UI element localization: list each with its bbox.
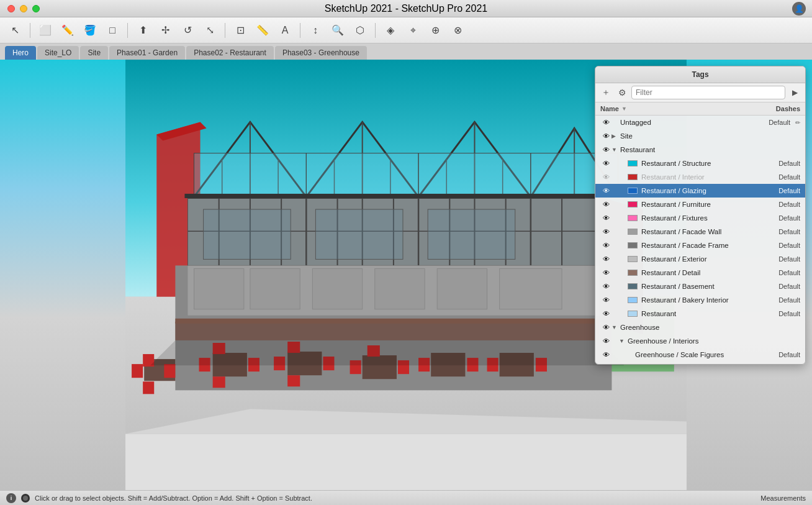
orbit-tool-button[interactable]: ↕ <box>305 20 325 40</box>
visibility-eye-restaurant-fixtures[interactable]: 👁 <box>600 212 611 224</box>
color-swatch-restaurant-furniture[interactable] <box>628 201 638 207</box>
ext3-button[interactable]: ⊕ <box>425 20 445 40</box>
svg-rect-49 <box>204 209 291 259</box>
svg-rect-61 <box>213 376 225 388</box>
visibility-eye-restaurant-furniture[interactable]: 👁 <box>600 199 611 210</box>
svg-marker-81 <box>150 340 624 365</box>
statusbar: i Click or drag to select objects. Shift… <box>0 490 812 505</box>
zoom-tool-button[interactable]: 🔍 <box>328 20 348 40</box>
tab-phase01[interactable]: Phase01 - Garden <box>109 46 185 60</box>
info-icon[interactable]: i <box>6 493 16 503</box>
visibility-eye-restaurant-glazing[interactable]: 👁 <box>600 185 611 196</box>
visibility-eye-restaurant-facade-frame[interactable]: 👁 <box>600 240 611 251</box>
name-sort-arrow[interactable]: ▼ <box>621 106 627 112</box>
push-pull-button[interactable]: ⬆ <box>133 20 153 40</box>
tag-row-restaurant-interior[interactable]: 👁 Restaurant / Interior Default <box>595 170 805 184</box>
edit-icon-untagged[interactable]: ✏ <box>790 119 800 126</box>
ext4-button[interactable]: ⊗ <box>448 20 467 40</box>
visibility-eye-restaurant-structure[interactable]: 👁 <box>600 158 611 169</box>
visibility-eye-restaurant-root[interactable]: 👁 <box>600 308 611 319</box>
visibility-eye-restaurant-bakery[interactable]: 👁 <box>600 294 611 306</box>
tag-row-restaurant-root[interactable]: 👁 Restaurant Default <box>595 307 805 321</box>
3d-viewport[interactable]: Tags ＋ ⚙ ▶ Name ▼ Dashes 👁 Untagged <box>0 60 812 490</box>
scene-tabs: Hero Site_LO Site Phase01 - Garden Phase… <box>0 43 812 60</box>
scale-tool-button[interactable]: ⤡ <box>200 20 220 40</box>
status-dot <box>21 494 30 503</box>
close-button[interactable] <box>7 5 15 12</box>
user-avatar[interactable]: 👤 <box>792 2 806 16</box>
visibility-eye-site[interactable]: 👁 <box>600 130 611 142</box>
visibility-eye-restaurant[interactable]: 👁 <box>600 144 611 155</box>
rotate-tool-button[interactable]: ↺ <box>178 20 197 40</box>
tag-row-restaurant-exterior[interactable]: 👁 Restaurant / Exterior Default <box>595 252 805 266</box>
svg-rect-44 <box>250 268 300 309</box>
ext1-button[interactable]: ◈ <box>381 20 400 40</box>
minimize-button[interactable] <box>20 5 27 12</box>
paint-tool-button[interactable]: 🪣 <box>80 20 100 40</box>
tag-row-greenhouse-scale[interactable]: 👁 Greenhouse / Scale Figures Default <box>595 348 805 362</box>
color-swatch-restaurant-facade-wall[interactable] <box>628 229 638 235</box>
tag-row-greenhouse[interactable]: 👁 ▼ Greenhouse <box>595 321 805 334</box>
tape-tool-button[interactable]: 📏 <box>253 20 273 40</box>
tag-row-restaurant-fixtures[interactable]: 👁 Restaurant / Fixtures Default <box>595 211 805 225</box>
tab-site[interactable]: Site <box>80 46 108 60</box>
color-swatch-restaurant-glazing[interactable] <box>628 188 638 194</box>
tag-row-restaurant-basement[interactable]: 👁 Restaurant / Basement Default <box>595 280 805 293</box>
export-tags-button[interactable]: ▶ <box>788 86 801 99</box>
svg-rect-24 <box>306 153 418 197</box>
visibility-eye-restaurant-interior[interactable]: 👁 <box>600 171 611 183</box>
color-swatch-restaurant-facade-frame[interactable] <box>628 242 638 248</box>
color-swatch-restaurant-bakery[interactable] <box>628 297 638 303</box>
add-tag-button[interactable]: ＋ <box>599 86 613 99</box>
move-tool-button[interactable]: ✢ <box>155 20 175 40</box>
tag-row-restaurant-furniture[interactable]: 👁 Restaurant / Furniture Default <box>595 198 805 211</box>
tag-row-restaurant-structure[interactable]: 👁 Restaurant / Structure Default <box>595 157 805 170</box>
tab-site-lo[interactable]: Site_LO <box>37 46 79 60</box>
color-swatch-restaurant-detail[interactable] <box>628 270 638 276</box>
tag-row-restaurant-detail[interactable]: 👁 Restaurant / Detail Default <box>595 266 805 280</box>
offset-tool-button[interactable]: ⊡ <box>230 20 250 40</box>
color-swatch-restaurant-structure[interactable] <box>628 160 638 166</box>
color-swatch-restaurant-exterior[interactable] <box>628 256 638 262</box>
color-swatch-restaurant-basement[interactable] <box>628 283 638 289</box>
svg-rect-79 <box>125 434 687 490</box>
visibility-eye-greenhouse-interiors[interactable]: 👁 <box>600 335 611 347</box>
tag-filter-input[interactable] <box>631 86 785 99</box>
tag-row-restaurant-glazing[interactable]: 👁 Restaurant / Glazing Default <box>595 184 805 198</box>
color-swatch-restaurant-interior[interactable] <box>628 174 638 180</box>
tab-phase02[interactable]: Phase02 - Restaurant <box>186 46 274 60</box>
tab-hero[interactable]: Hero <box>5 46 36 60</box>
tag-row-restaurant[interactable]: 👁 ▼ Restaurant <box>595 143 805 157</box>
visibility-eye-restaurant-exterior[interactable]: 👁 <box>600 253 611 265</box>
visibility-eye-restaurant-facade-wall[interactable]: 👁 <box>600 226 611 237</box>
shape-tool-button[interactable]: □ <box>102 20 122 40</box>
delete-tag-button[interactable]: ⚙ <box>615 86 629 99</box>
walk-tool-button[interactable]: ⬡ <box>350 20 370 40</box>
select-tool-button[interactable]: ↖ <box>5 20 25 40</box>
visibility-eye-greenhouse[interactable]: 👁 <box>600 322 611 333</box>
tag-row-greenhouse-furniture[interactable]: 👁 Greenhouse / Furniture Default <box>595 362 805 364</box>
color-swatch-restaurant-fixtures[interactable] <box>628 215 638 221</box>
tag-row-greenhouse-interiors[interactable]: 👁 ▼ Greenhouse / Interiors <box>595 334 805 348</box>
svg-rect-66 <box>287 375 300 386</box>
tag-row-restaurant-facade-frame[interactable]: 👁 Restaurant / Facade Frame Default <box>595 239 805 252</box>
tab-phase03[interactable]: Phase03 - Greenhouse <box>275 46 367 60</box>
tag-row-restaurant-facade-wall[interactable]: 👁 Restaurant / Facade Wall Default <box>595 225 805 239</box>
tag-row-restaurant-bakery[interactable]: 👁 Restaurant / Bakery Interior Default <box>595 293 805 307</box>
eraser-tool-button[interactable]: ⬜ <box>35 20 55 40</box>
color-swatch-restaurant-root[interactable] <box>628 311 638 317</box>
tag-row-untagged[interactable]: 👁 Untagged Default ✏ <box>595 116 805 129</box>
maximize-button[interactable] <box>32 5 40 12</box>
pencil-tool-button[interactable]: ✏️ <box>58 20 78 40</box>
svg-rect-45 <box>312 268 362 309</box>
tag-row-site[interactable]: 👁 ▶ Site <box>595 129 805 143</box>
visibility-eye-restaurant-basement[interactable]: 👁 <box>600 281 611 292</box>
text-tool-button[interactable]: A <box>275 20 295 40</box>
visibility-eye-restaurant-detail[interactable]: 👁 <box>600 267 611 278</box>
toolbar-separator-5 <box>375 23 376 38</box>
visibility-eye-greenhouse-furniture[interactable]: 👁 <box>600 363 611 364</box>
visibility-eye-greenhouse-scale[interactable]: 👁 <box>600 349 611 360</box>
visibility-eye-untagged[interactable]: 👁 <box>600 117 611 128</box>
main-toolbar: ↖ ⬜ ✏️ 🪣 □ ⬆ ✢ ↺ ⤡ ⊡ 📏 A ↕ 🔍 ⬡ ◈ ⌖ ⊕ ⊗ <box>0 17 812 43</box>
ext2-button[interactable]: ⌖ <box>403 20 423 40</box>
